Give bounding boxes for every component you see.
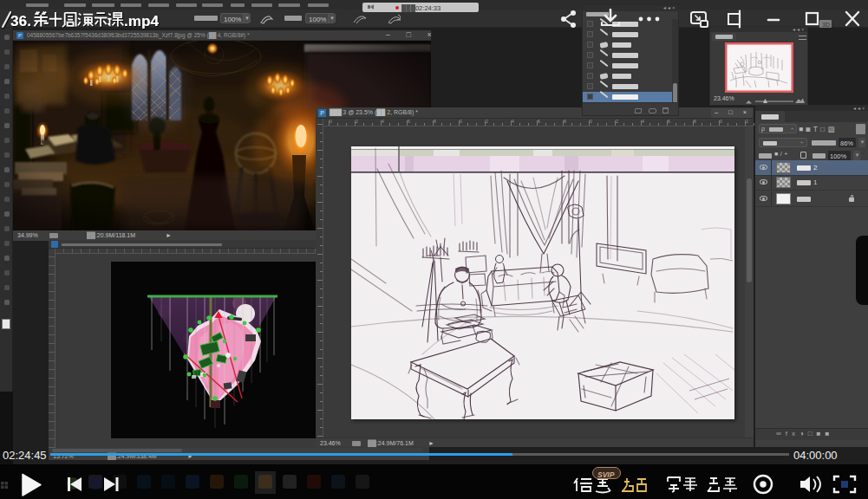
svg-text:.mp4: .mp4 <box>124 13 159 29</box>
svg-text:3D: 3D <box>822 22 830 28</box>
svg-text:36.: 36. <box>10 13 31 29</box>
